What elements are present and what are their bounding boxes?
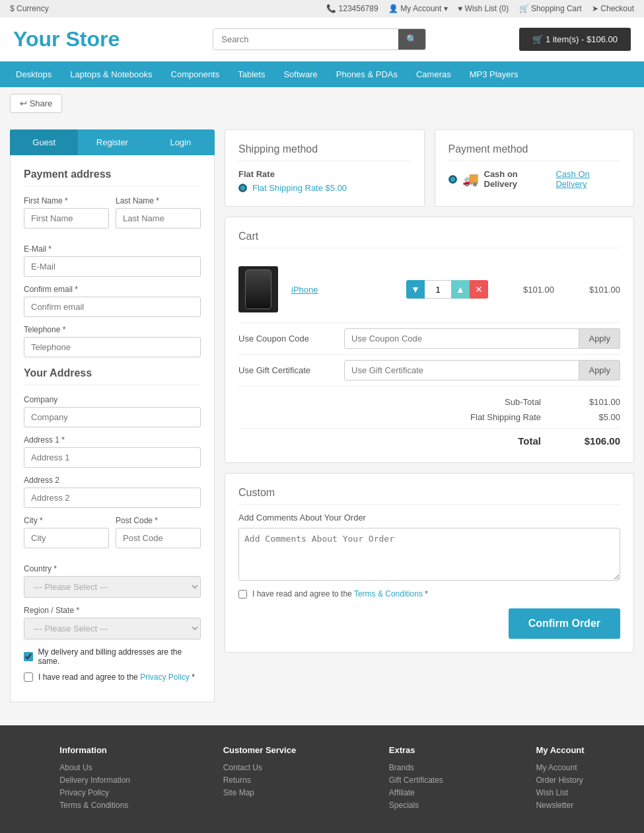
top-bar: $ Currency 📞 123456789 👤 My Account ▾ ♥ … [0,0,644,17]
privacy-policy-label: I have read and agree to the Privacy Pol… [38,672,195,682]
footer-contact-us[interactable]: Contact Us [223,763,297,772]
currency-selector[interactable]: $ Currency [10,4,49,13]
payment-title: Payment method [448,143,621,161]
phone-link[interactable]: 📞 123456789 [326,4,380,13]
nav-mp3[interactable]: MP3 Players [460,61,528,87]
footer-privacy-policy[interactable]: Privacy Policy [59,788,130,797]
custom-box: Custom Add Comments About Your Order I h… [225,473,634,653]
payment-address-title: Payment address [24,168,201,186]
gift-row: Use Gift Certificate Apply [238,355,620,386]
tab-register[interactable]: Register [78,129,146,155]
confirm-email-input[interactable] [24,297,201,317]
confirm-row: Confirm Order [238,608,620,639]
wish-list-link[interactable]: ♥ Wish List (0) [458,4,511,13]
gift-apply-button[interactable]: Apply [579,360,620,380]
header: Your Store 🔍 🛒 1 item(s) - $106.00 [0,17,644,61]
total-price: $101.00 [567,285,620,295]
company-label: Company [24,395,201,404]
footer-affiliate[interactable]: Affiliate [389,788,443,797]
footer-delivery-info[interactable]: Delivery Information [59,776,130,785]
confirm-order-button[interactable]: Confirm Order [509,608,620,639]
terms-checkbox[interactable] [238,590,247,598]
same-address-checkbox[interactable] [24,652,33,661]
footer-brands[interactable]: Brands [389,763,443,772]
cart-button[interactable]: 🛒 1 item(s) - $106.00 [519,28,631,51]
footer-my-account-title: My Account [536,745,584,755]
gift-input[interactable] [344,360,579,380]
terms-link[interactable]: Terms & Conditions [354,589,423,598]
footer-wish-list[interactable]: Wish List [536,788,584,797]
coupon-apply-button[interactable]: Apply [579,328,620,349]
nav-desktops[interactable]: Desktops [7,61,61,87]
share-button[interactable]: ↩ Share [10,94,62,113]
address1-input[interactable] [24,447,201,468]
grand-total-row: Total $106.00 [238,428,620,449]
truck-icon: 🚚 [462,171,479,187]
shipping-title: Shipping method [238,143,411,161]
nav-phones[interactable]: Phones & PDAs [327,61,407,87]
company-input[interactable] [24,407,201,427]
tab-login[interactable]: Login [147,129,215,155]
cod-radio[interactable] [448,175,457,184]
postcode-input[interactable] [116,528,201,548]
telephone-input[interactable] [24,337,201,357]
comments-textarea[interactable] [238,528,620,581]
footer-specials[interactable]: Specials [389,801,443,810]
region-select[interactable]: --- Please Select --- [24,618,201,639]
cod-link[interactable]: Cash On Delivery [555,169,620,189]
shipping-rate-label: Flat Shipping Rate [470,412,541,422]
search-bar: 🔍 [213,28,426,50]
shopping-cart-link[interactable]: 🛒 Shopping Cart [519,4,584,13]
first-name-input[interactable] [24,208,109,229]
flat-rate-radio[interactable] [238,184,247,192]
right-panel: Shipping method Flat Rate Flat Shipping … [225,129,634,653]
nav-tablets[interactable]: Tablets [229,61,274,87]
city-input[interactable] [24,528,109,548]
footer-order-history[interactable]: Order History [536,776,584,785]
coupon-input[interactable] [344,328,579,349]
last-name-label: Last Name * [116,196,201,205]
shipping-rate-row: Flat Shipping Rate $5.00 [238,410,620,425]
comments-label: Add Comments About Your Order [238,513,620,523]
address2-input[interactable] [24,488,201,508]
cart-item: iPhone ▼ 1 ▲ ✕ $101.00 $101.00 [238,256,620,323]
terms-label: I have read and agree to the Terms & Con… [252,589,428,598]
footer-about-us[interactable]: About Us [59,763,130,772]
footer-my-account-link[interactable]: My Account [536,763,584,772]
qty-increase-button[interactable]: ▲ [451,280,470,299]
nav-components[interactable]: Components [162,61,229,87]
footer-gift-certificates[interactable]: Gift Certificates [389,776,443,785]
country-select[interactable]: --- Please Select --- [24,576,201,598]
qty-input[interactable]: 1 [425,280,451,299]
product-name[interactable]: iPhone [291,285,393,295]
footer-information: Information About Us Delivery Informatio… [59,745,130,813]
privacy-policy-link[interactable]: Privacy Policy [140,672,190,682]
footer-newsletter[interactable]: Newsletter [536,801,584,810]
nav-laptops[interactable]: Laptops & Notebooks [61,61,161,87]
footer-terms[interactable]: Terms & Conditions [59,801,130,810]
nav-cameras[interactable]: Cameras [407,61,460,87]
search-button[interactable]: 🔍 [398,29,425,50]
tab-guest[interactable]: Guest [10,129,78,155]
last-name-input[interactable] [116,208,201,229]
email-input[interactable] [24,256,201,277]
store-name: Your Store [13,27,120,52]
custom-title: Custom [238,487,620,505]
subtotal-label: Sub-Total [505,397,541,407]
same-address-label: My delivery and billing addresses are th… [38,647,201,666]
my-account-link[interactable]: 👤 My Account ▾ [388,4,450,13]
footer-main: Information About Us Delivery Informatio… [0,725,644,833]
privacy-policy-checkbox[interactable] [24,672,33,682]
footer-site-map[interactable]: Site Map [223,788,297,797]
shipping-rate-value: $5.00 [567,412,620,422]
flat-rate-option-label[interactable]: Flat Shipping Rate $5.00 [252,183,347,193]
payment-address-form: Payment address First Name * Last Name *… [10,155,215,702]
nav-software[interactable]: Software [274,61,326,87]
search-input[interactable] [213,29,398,50]
subtotal-row: Sub-Total $101.00 [238,394,620,410]
checkout-link[interactable]: ➤ Checkout [592,4,634,13]
qty-remove-button[interactable]: ✕ [470,280,488,299]
city-label: City * [24,516,109,525]
qty-decrease-button[interactable]: ▼ [406,280,425,299]
footer-returns[interactable]: Returns [223,776,297,785]
